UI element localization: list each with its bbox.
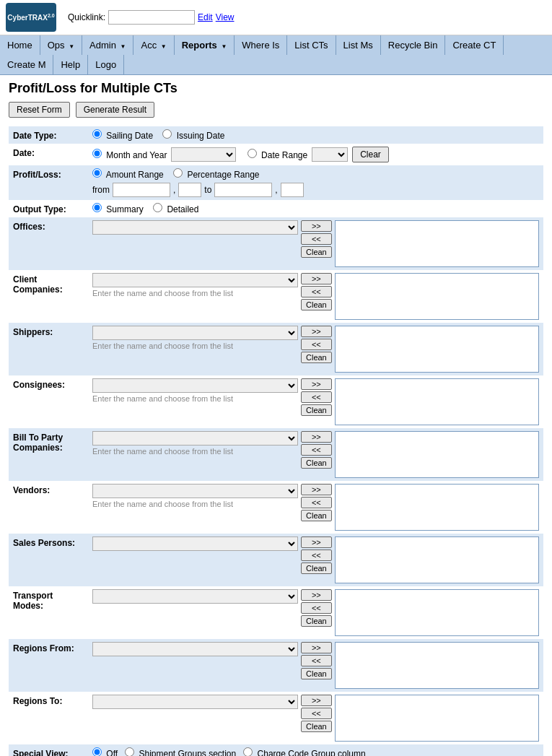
nav-where-is[interactable]: Where Is [235,35,287,55]
regions-to-forward-button[interactable]: >> [301,695,332,706]
bill-to-clear-button[interactable]: Clean [301,457,332,469]
generate-result-button-top[interactable]: Generate Result [76,102,154,118]
regions-from-forward-button[interactable]: >> [301,642,332,653]
offices-forward-button[interactable]: >> [301,220,332,232]
profit-from-row: from , to , [92,183,539,197]
detailed-radio[interactable] [153,203,162,212]
percentage-range-radio[interactable] [173,168,183,178]
transport-clear-button[interactable]: Clean [301,615,332,627]
shippers-listbox [335,326,539,373]
client-companies-row: Client Companies: Enter the name and cho… [9,270,543,323]
amount-range-label[interactable]: Amount Range [92,170,166,180]
issuing-date-label[interactable]: Issuing Date [162,131,224,141]
quicklink-input[interactable] [108,10,195,25]
shipment-groups-label[interactable]: Shipment Groups section [125,747,236,756]
transport-modes-dropdown[interactable] [92,589,298,604]
nav-admin[interactable]: Admin ▼ [82,35,133,55]
nav-home[interactable]: Home [0,35,40,55]
shippers-forward-button[interactable]: >> [301,326,332,337]
view-link[interactable]: View [216,12,235,22]
client-companies-listbox [335,273,539,320]
bill-to-left: Enter the name and choose from the list [92,431,298,456]
regions-to-dropdown[interactable] [92,695,298,709]
issuing-date-radio[interactable] [162,129,172,139]
nav-create-ct[interactable]: Create CT [445,35,504,55]
sales-persons-back-button[interactable]: << [301,549,332,561]
nav-help[interactable]: Help [53,55,88,74]
nav-reports[interactable]: Reports ▼ [175,35,235,55]
offices-dropdown[interactable] [92,220,298,235]
charge-code-radio[interactable] [243,747,253,756]
consignees-forward-button[interactable]: >> [301,378,332,390]
vendors-clear-button[interactable]: Clean [301,510,332,521]
offices-back-button[interactable]: << [301,233,332,245]
nav-acc[interactable]: Acc ▼ [133,35,174,55]
nav-list-ms[interactable]: List Ms [336,35,381,55]
edit-link[interactable]: Edit [198,12,213,22]
bill-to-hint: Enter the name and choose from the list [92,447,298,456]
offices-clear-button[interactable]: Clean [301,246,332,258]
bill-to-dropdown[interactable] [92,431,298,446]
consignees-clear-button[interactable]: Clean [301,404,332,416]
regions-from-dropdown[interactable] [92,642,298,656]
client-back-button[interactable]: << [301,286,332,297]
vendors-forward-button[interactable]: >> [301,484,332,495]
detailed-label[interactable]: Detailed [153,204,198,214]
client-forward-button[interactable]: >> [301,273,332,284]
amount-range-radio[interactable] [92,168,102,178]
vendors-dropdown[interactable] [92,484,298,498]
profit-from-input2[interactable] [178,183,201,197]
client-clear-button[interactable]: Clean [301,299,332,310]
off-label[interactable]: Off [92,747,118,756]
percentage-range-label[interactable]: Percentage Range [173,170,259,180]
date-range-label[interactable]: Date Range [247,149,307,160]
clear-date-button[interactable]: Clear [352,147,389,162]
sales-persons-forward-button[interactable]: >> [301,536,332,548]
nav-create-m[interactable]: Create M [0,55,53,74]
reset-form-button-top[interactable]: Reset Form [9,102,70,118]
month-select[interactable] [171,147,236,162]
date-range-select[interactable] [312,147,348,162]
date-range-radio[interactable] [247,149,257,158]
regions-to-back-button[interactable]: << [301,708,332,719]
charge-code-group-label[interactable]: Charge Code Group column [243,747,365,756]
client-companies-dropdown[interactable] [92,273,298,287]
profit-to-input1[interactable] [214,183,272,197]
ops-arrow: ▼ [69,43,74,50]
sailing-date-radio[interactable] [92,129,102,139]
sales-persons-clear-button[interactable]: Clean [301,562,332,574]
offices-label: Offices: [9,217,88,270]
profit-to-input2[interactable] [281,183,304,197]
summary-label[interactable]: Summary [92,204,146,214]
transport-forward-button[interactable]: >> [301,589,332,601]
nav-ops[interactable]: Ops ▼ [40,35,82,55]
profit-from-input1[interactable] [113,183,170,197]
regions-from-back-button[interactable]: << [301,655,332,666]
sailing-date-label[interactable]: Sailing Date [92,131,155,141]
output-type-label: Output Type: [9,200,88,217]
shipment-groups-radio[interactable] [125,747,134,756]
summary-radio[interactable] [92,203,102,212]
sales-persons-dropdown[interactable] [92,536,298,551]
regions-from-clear-button[interactable]: Clean [301,668,332,679]
sales-persons-row: Sales Persons: >> << Clean [9,534,543,586]
shippers-back-button[interactable]: << [301,339,332,350]
nav-recycle-bin[interactable]: Recycle Bin [381,35,446,55]
regions-to-clear-button[interactable]: Clean [301,721,332,732]
nav-list-cts[interactable]: List CTs [287,35,336,55]
consignees-dropdown[interactable] [92,378,298,393]
shippers-clear-button[interactable]: Clean [301,352,332,363]
regions-to-label: Regions To: [9,692,88,744]
month-year-radio[interactable] [92,149,102,158]
vendors-back-button[interactable]: << [301,497,332,508]
transport-back-button[interactable]: << [301,602,332,614]
special-view-row: Special View: Off Shipment Groups sectio… [9,744,543,756]
consignees-back-button[interactable]: << [301,391,332,403]
transport-modes-row: Transport Modes: >> << Clean [9,586,543,639]
off-radio[interactable] [92,747,102,756]
nav-logo[interactable]: Logo [88,55,124,74]
shippers-dropdown[interactable] [92,326,298,340]
month-year-label[interactable]: Month and Year [92,149,167,160]
bill-to-back-button[interactable]: << [301,444,332,456]
bill-to-forward-button[interactable]: >> [301,431,332,443]
